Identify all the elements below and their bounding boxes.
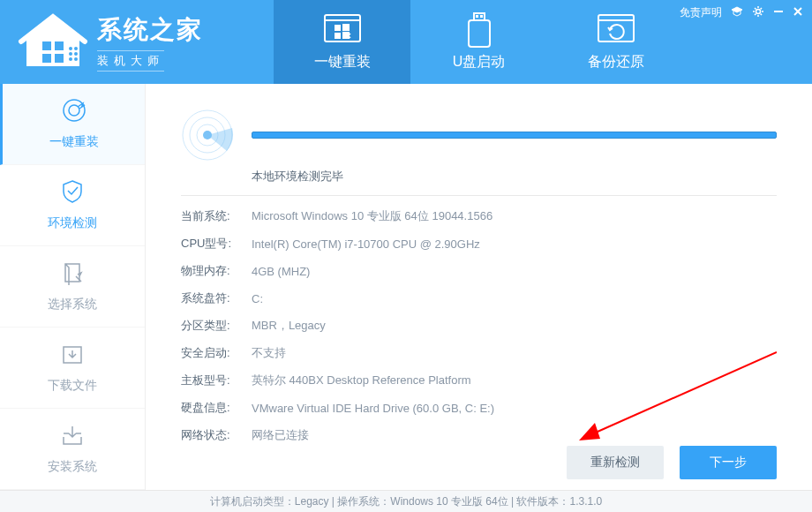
svg-rect-1 bbox=[55, 41, 64, 50]
select-icon bbox=[60, 260, 85, 288]
info-label: 主板型号: bbox=[181, 373, 252, 388]
radar-icon bbox=[181, 109, 234, 162]
progress-bar bbox=[252, 132, 777, 139]
info-value: VMware Virtual IDE Hard Drive (60.0 GB, … bbox=[252, 402, 494, 415]
info-value: 网络已连接 bbox=[252, 427, 309, 443]
download-icon bbox=[60, 342, 85, 369]
sidebar-item-reinstall[interactable]: 一键重装 bbox=[0, 84, 145, 165]
info-row-network: 网络状态:网络已连接 bbox=[181, 427, 777, 443]
info-label: 网络状态: bbox=[181, 427, 252, 443]
side-label: 一键重装 bbox=[49, 134, 99, 150]
nav-backup-restore[interactable]: 备份还原 bbox=[547, 0, 684, 84]
install-icon bbox=[60, 423, 85, 450]
house-logo-icon bbox=[18, 11, 88, 73]
info-row-memory: 物理内存:4GB (MHZ) bbox=[181, 263, 777, 279]
nav-usb-boot[interactable]: U盘启动 bbox=[410, 0, 547, 84]
recheck-button[interactable]: 重新检测 bbox=[567, 446, 664, 479]
info-row-motherboard: 主板型号:英特尔 440BX Desktop Reference Platfor… bbox=[181, 373, 777, 388]
info-value: Microsoft Windows 10 专业版 64位 19044.1566 bbox=[252, 208, 492, 224]
footer-text: 计算机启动类型：Legacy | 操作系统：Windows 10 专业版 64位… bbox=[210, 494, 602, 509]
app-subtitle: 装机大师 bbox=[97, 50, 164, 72]
graduation-icon[interactable] bbox=[731, 6, 743, 19]
logo-area: 系统之家 装机大师 bbox=[0, 0, 265, 84]
side-label: 安装系统 bbox=[48, 459, 97, 475]
info-label: 硬盘信息: bbox=[181, 400, 252, 416]
svg-point-6 bbox=[69, 52, 72, 56]
content: 一键重装 环境检测 选择系统 下载文件 安装系统 本地环境检测完毕 当前系统:M… bbox=[0, 84, 812, 490]
info-row-partition: 分区类型:MBR，Legacy bbox=[181, 318, 777, 334]
info-row-secureboot: 安全启动:不支持 bbox=[181, 345, 777, 361]
backup-restore-icon bbox=[598, 12, 635, 48]
svg-point-9 bbox=[74, 57, 78, 61]
nav-label: 一键重装 bbox=[314, 53, 371, 72]
sidebar-item-download[interactable]: 下载文件 bbox=[0, 328, 145, 409]
svg-point-7 bbox=[74, 52, 78, 56]
sidebar-item-env-check[interactable]: 环境检测 bbox=[0, 165, 145, 246]
nav-label: 备份还原 bbox=[588, 53, 644, 72]
info-value: 不支持 bbox=[252, 345, 286, 361]
svg-point-8 bbox=[69, 57, 72, 61]
progress-text: 本地环境检测完毕 bbox=[252, 169, 777, 184]
app-title: 系统之家 bbox=[97, 13, 203, 47]
info-label: 安全启动: bbox=[181, 345, 252, 361]
info-label: 物理内存: bbox=[181, 263, 252, 279]
svg-rect-13 bbox=[469, 20, 490, 47]
info-label: 当前系统: bbox=[181, 208, 252, 224]
sidebar: 一键重装 环境检测 选择系统 下载文件 安装系统 bbox=[0, 84, 146, 490]
svg-point-4 bbox=[69, 47, 72, 50]
divider bbox=[181, 195, 777, 196]
info-row-sysdrive: 系统盘符:C: bbox=[181, 290, 777, 306]
target-icon bbox=[62, 98, 86, 125]
main-panel: 本地环境检测完毕 当前系统:Microsoft Windows 10 专业版 6… bbox=[146, 84, 812, 490]
info-row-cpu: CPU型号:Intel(R) Core(TM) i7-10700 CPU @ 2… bbox=[181, 236, 777, 252]
side-label: 环境检测 bbox=[48, 215, 97, 231]
svg-point-5 bbox=[74, 47, 78, 50]
info-label: CPU型号: bbox=[181, 236, 252, 252]
titlebar: 免责声明 bbox=[680, 5, 803, 20]
sidebar-item-select-system[interactable]: 选择系统 bbox=[0, 246, 145, 328]
svg-rect-0 bbox=[42, 41, 51, 50]
footer: 计算机启动类型：Legacy | 操作系统：Windows 10 专业版 64位… bbox=[0, 490, 812, 512]
next-button[interactable]: 下一步 bbox=[680, 446, 777, 479]
info-value: MBR，Legacy bbox=[252, 318, 326, 334]
windows-reinstall-icon bbox=[324, 12, 361, 48]
svg-rect-3 bbox=[55, 54, 64, 63]
header: 系统之家 装机大师 一键重装 U盘启动 备份还原 免责声明 bbox=[0, 0, 812, 84]
close-icon[interactable] bbox=[793, 6, 803, 19]
sidebar-item-install[interactable]: 安装系统 bbox=[0, 409, 145, 490]
info-label: 分区类型: bbox=[181, 318, 252, 334]
info-row-disk: 硬盘信息:VMware Virtual IDE Hard Drive (60.0… bbox=[181, 400, 777, 416]
info-value: C: bbox=[252, 292, 263, 305]
svg-rect-14 bbox=[476, 15, 478, 18]
side-label: 选择系统 bbox=[48, 297, 97, 312]
info-row-os: 当前系统:Microsoft Windows 10 专业版 64位 19044.… bbox=[181, 208, 777, 224]
gear-icon[interactable] bbox=[752, 5, 764, 20]
svg-rect-2 bbox=[42, 54, 51, 63]
nav-label: U盘启动 bbox=[453, 53, 506, 72]
info-label: 系统盘符: bbox=[181, 290, 252, 306]
svg-rect-12 bbox=[474, 13, 485, 20]
info-value: Intel(R) Core(TM) i7-10700 CPU @ 2.90GHz bbox=[252, 237, 480, 251]
disclaimer-link[interactable]: 免责声明 bbox=[680, 5, 722, 20]
svg-point-22 bbox=[64, 100, 85, 121]
side-label: 下载文件 bbox=[48, 378, 97, 394]
shield-check-icon bbox=[60, 179, 85, 207]
svg-rect-16 bbox=[598, 15, 634, 41]
minimize-icon[interactable] bbox=[773, 6, 784, 19]
info-value: 4GB (MHZ) bbox=[252, 265, 310, 278]
svg-point-18 bbox=[756, 10, 761, 14]
info-value: 英特尔 440BX Desktop Reference Platform bbox=[252, 373, 471, 388]
usb-icon bbox=[467, 12, 492, 48]
svg-rect-15 bbox=[480, 15, 483, 18]
nav-reinstall[interactable]: 一键重装 bbox=[274, 0, 410, 84]
